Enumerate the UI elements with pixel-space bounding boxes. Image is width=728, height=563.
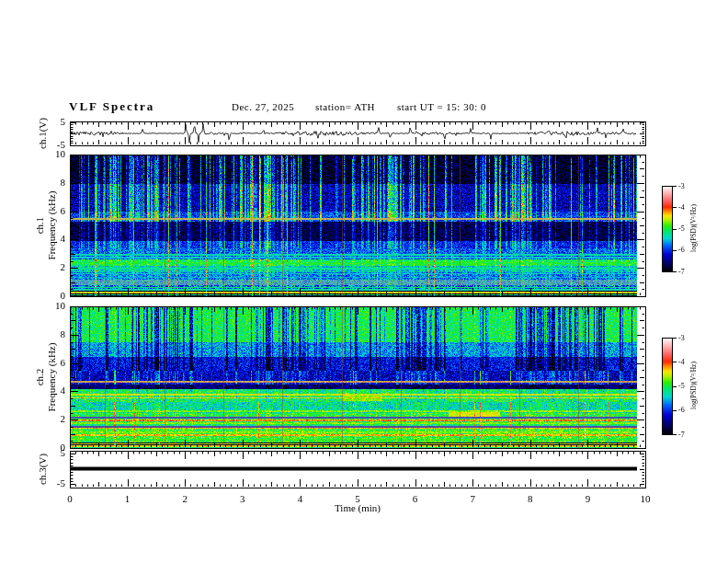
figure-title: VLF Spectra [69, 99, 154, 114]
ch3-voltage-axis-label: ch.3(V) [37, 454, 49, 485]
ch2-freq-tick-label: 2 [61, 413, 66, 424]
time-tick-label: 3 [232, 493, 254, 504]
ch1-freq-tick-label: 8 [61, 177, 66, 188]
colorbar2-tick-label: -7 [678, 431, 685, 439]
start-ut-label: start UT = 15: 30: 0 [397, 101, 486, 112]
ch1-spec-label-line1: ch.1 [34, 191, 46, 260]
spectra-plot-canvas [0, 0, 728, 563]
ch1-freq-tick-label: 4 [61, 233, 66, 244]
ch1-spec-label-line2: Frequency (kHz) [46, 191, 58, 260]
colorbar1-tick-label: -3 [678, 182, 685, 190]
time-tick-label: 10 [634, 493, 656, 504]
ch2-spec-label-line1: ch.2 [34, 343, 46, 412]
ch3-volt-tick-label: -5 [57, 477, 65, 488]
ch2-freq-tick-label: 6 [61, 357, 66, 368]
time-tick-label: 0 [59, 493, 81, 504]
colorbar2-tick-label: -3 [678, 334, 685, 342]
vlf-spectra-figure: VLF Spectra Dec. 27, 2025 station= ATH s… [0, 0, 728, 563]
ch1-volt-tick-label: -5 [57, 139, 65, 150]
ch2-freq-tick-label: 8 [61, 328, 66, 339]
ch1-freq-tick-label: 10 [55, 148, 65, 159]
colorbar1-tick-label: -6 [678, 246, 685, 254]
time-tick-label: 1 [117, 493, 139, 504]
ch2-spec-label-line2: Frequency (kHz) [46, 343, 58, 412]
ch2-freq-tick-label: 10 [55, 300, 65, 311]
ch3-volt-tick-label: 5 [61, 447, 66, 458]
ch1-volt-tick-label: 5 [61, 116, 66, 127]
ch1-frequency-axis-label: ch.1 Frequency (kHz) [34, 191, 57, 260]
ch2-frequency-axis-label: ch.2 Frequency (kHz) [34, 343, 57, 412]
ch1-freq-tick-label: 6 [61, 205, 66, 216]
time-tick-label: 9 [576, 493, 598, 504]
station-label: station= ATH [315, 101, 375, 112]
colorbar1-tick-label: -7 [678, 268, 685, 276]
time-tick-label: 6 [404, 493, 427, 504]
colorbar2-tick-label: -4 [678, 358, 685, 366]
ch1-freq-tick-label: 2 [61, 261, 66, 272]
time-tick-label: 7 [461, 493, 483, 504]
time-tick-label: 4 [289, 493, 311, 504]
colorbar1-tick-label: -5 [678, 224, 685, 233]
time-tick-label: 8 [519, 493, 541, 504]
ch1-voltage-axis-label: ch.1(V) [37, 118, 49, 149]
time-tick-label: 5 [347, 493, 369, 504]
colorbar2-tick-label: -6 [678, 406, 685, 414]
colorbar1-tick-label: -4 [678, 203, 685, 212]
colorbar2-label: log(PSD)(V²/Hz) [689, 362, 698, 409]
ch2-freq-tick-label: 4 [61, 385, 66, 396]
colorbar1-label: log(PSD)(V²/Hz) [689, 204, 698, 252]
date-label: Dec. 27, 2025 [232, 101, 294, 112]
time-tick-label: 2 [174, 493, 196, 504]
colorbar2-tick-label: -5 [678, 382, 685, 390]
